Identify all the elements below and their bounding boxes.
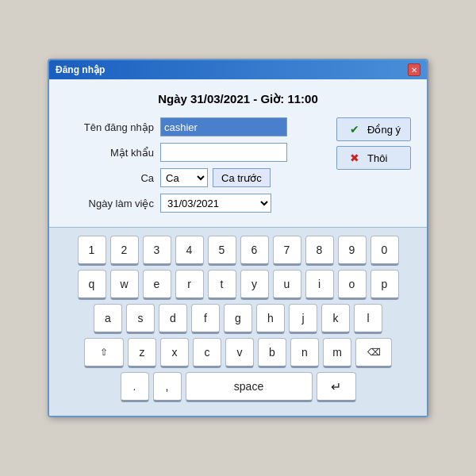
key-g[interactable]: g (224, 304, 252, 334)
key-y[interactable]: y (240, 270, 269, 300)
key-t[interactable]: t (208, 270, 236, 300)
key-o[interactable]: o (338, 270, 367, 300)
keyboard-row-asdf: asdfghjkl (57, 304, 419, 334)
username-input[interactable] (160, 117, 287, 136)
key-c[interactable]: c (193, 338, 221, 368)
key-u[interactable]: u (273, 270, 301, 300)
thoi-label: Thôi (367, 152, 387, 164)
key-,[interactable]: , (153, 372, 182, 402)
virtual-keyboard: 1234567890 qwertyuiop asdfghjkl ⇧zxcvbnm… (49, 227, 427, 416)
title-bar: Đăng nhập ✕ (49, 60, 427, 79)
key-↵[interactable]: ↵ (317, 372, 356, 402)
login-window: Đăng nhập ✕ Ngày 31/03/2021 - Giờ: 11:00… (48, 59, 428, 417)
key-s[interactable]: s (126, 304, 155, 334)
password-label: Mật khẩu (65, 147, 160, 159)
key-v[interactable]: v (225, 338, 254, 368)
key-f[interactable]: f (191, 304, 220, 334)
key-h[interactable]: h (256, 304, 285, 334)
action-buttons: ✔ Đồng ý ✖ Thôi (336, 117, 411, 219)
ca-truoc-button[interactable]: Ca trước (213, 168, 271, 187)
key-1[interactable]: 1 (78, 236, 106, 266)
key-space[interactable]: space (186, 372, 313, 402)
fields-area: Tên đăng nhập Mật khẩu Ca Ca Ca trước (65, 117, 321, 219)
ngay-select[interactable]: 31/03/2021 (160, 194, 271, 213)
key-.[interactable]: . (121, 372, 149, 402)
key-e[interactable]: e (143, 270, 171, 300)
key-2[interactable]: 2 (110, 236, 139, 266)
thoi-button[interactable]: ✖ Thôi (336, 146, 411, 170)
key-b[interactable]: b (258, 338, 286, 368)
username-label: Tên đăng nhập (65, 121, 160, 133)
key-a[interactable]: a (94, 304, 122, 334)
key-8[interactable]: 8 (305, 236, 334, 266)
key-x[interactable]: x (160, 338, 189, 368)
key-j[interactable]: j (289, 304, 317, 334)
keyboard-row-zxcv: ⇧zxcvbnm⌫ (57, 338, 419, 368)
thoi-icon: ✖ (347, 150, 363, 166)
key-w[interactable]: w (110, 270, 139, 300)
ngay-label: Ngày làm việc (65, 198, 160, 209)
key-4[interactable]: 4 (175, 236, 204, 266)
password-input[interactable] (160, 143, 287, 162)
keyboard-row-numbers: 1234567890 (57, 236, 419, 266)
key-5[interactable]: 5 (208, 236, 236, 266)
dong-y-button[interactable]: ✔ Đồng ý (336, 117, 411, 141)
key-i[interactable]: i (305, 270, 334, 300)
key-n[interactable]: n (290, 338, 319, 368)
key-d[interactable]: d (159, 304, 187, 334)
dong-y-label: Đồng ý (367, 124, 401, 136)
key-9[interactable]: 9 (338, 236, 367, 266)
key-k[interactable]: k (321, 304, 350, 334)
date-time-display: Ngày 31/03/2021 - Giờ: 11:00 (65, 92, 411, 106)
key-r[interactable]: r (175, 270, 204, 300)
key-p[interactable]: p (370, 270, 399, 300)
window-title: Đăng nhập (56, 64, 105, 75)
ca-select[interactable]: Ca (160, 168, 208, 187)
key-⇧[interactable]: ⇧ (84, 338, 124, 368)
key-q[interactable]: q (78, 270, 106, 300)
close-button[interactable]: ✕ (408, 63, 420, 76)
keyboard-row-bottom: .,space↵ (57, 372, 419, 402)
key-0[interactable]: 0 (370, 236, 399, 266)
key-z[interactable]: z (128, 338, 156, 368)
key-3[interactable]: 3 (143, 236, 171, 266)
ca-label: Ca (65, 172, 160, 184)
password-row: Mật khẩu (65, 143, 321, 162)
ca-row: Ca Ca Ca trước (65, 168, 321, 187)
ca-controls: Ca Ca trước (160, 168, 271, 187)
key-⌫[interactable]: ⌫ (355, 338, 392, 368)
dong-y-icon: ✔ (347, 121, 363, 137)
key-l[interactable]: l (354, 304, 382, 334)
ngay-row: Ngày làm việc 31/03/2021 (65, 194, 321, 213)
key-m[interactable]: m (323, 338, 351, 368)
key-6[interactable]: 6 (240, 236, 269, 266)
form-area: Ngày 31/03/2021 - Giờ: 11:00 Tên đăng nh… (49, 79, 427, 227)
keyboard-row-qwerty: qwertyuiop (57, 270, 419, 300)
username-row: Tên đăng nhập (65, 117, 321, 136)
key-7[interactable]: 7 (273, 236, 301, 266)
